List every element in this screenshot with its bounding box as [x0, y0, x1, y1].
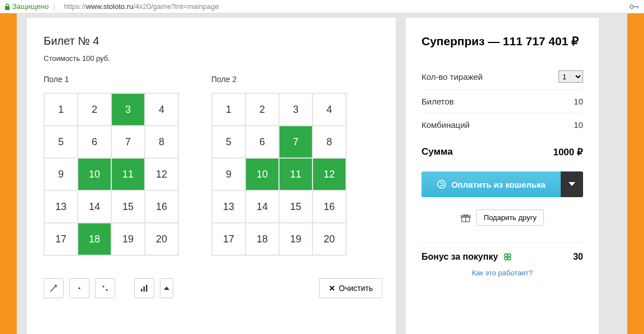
number-cell-8[interactable]: 8	[312, 126, 346, 158]
svg-point-9	[103, 286, 105, 288]
number-cell-6[interactable]: 6	[245, 126, 279, 158]
magic-wand-button[interactable]	[44, 278, 64, 298]
number-cell-14[interactable]: 14	[78, 190, 111, 223]
number-cell-19[interactable]: 19	[279, 223, 312, 255]
number-cell-5[interactable]: 5	[44, 126, 78, 158]
number-cell-13[interactable]: 13	[44, 190, 78, 223]
secure-indicator: Защищено	[4, 2, 49, 11]
number-cell-14[interactable]: 14	[245, 190, 279, 223]
number-cell-1[interactable]: 1	[44, 93, 78, 126]
number-cell-12[interactable]: 12	[312, 158, 346, 190]
pay-button[interactable]: Оплатить из кошелька	[422, 171, 561, 197]
lock-icon	[4, 3, 10, 10]
number-cell-2[interactable]: 2	[78, 93, 111, 126]
field-2-label: Поле 2	[211, 75, 347, 84]
svg-point-10	[106, 289, 108, 291]
tickets-value: 10	[574, 97, 583, 106]
draws-label: Кол-во тиражей	[422, 72, 483, 82]
number-cell-5[interactable]: 5	[212, 126, 245, 158]
number-cell-15[interactable]: 15	[111, 190, 145, 223]
svg-point-14	[438, 180, 446, 188]
number-cell-9[interactable]: 9	[212, 158, 245, 190]
number-cell-4[interactable]: 4	[145, 93, 178, 126]
svg-rect-13	[146, 285, 148, 292]
number-cell-3[interactable]: 3	[279, 93, 312, 126]
ticket-cost: Стоимость 100 руб.	[44, 54, 382, 63]
expand-button[interactable]	[160, 278, 173, 298]
number-cell-17[interactable]: 17	[212, 223, 245, 255]
sum-label: Сумма	[422, 146, 453, 158]
gift-button[interactable]: Подарить другу	[476, 209, 543, 226]
pay-dropdown[interactable]	[561, 171, 583, 197]
svg-point-21	[508, 257, 510, 260]
wallet-icon	[437, 179, 447, 189]
pay-label: Оплатить из кошелька	[451, 180, 546, 189]
draws-row: Кол-во тиражей 1	[422, 64, 583, 90]
grid-2: 1234567891011121314151617181920	[211, 93, 347, 256]
number-cell-10[interactable]: 10	[78, 158, 111, 190]
number-cell-4[interactable]: 4	[312, 93, 346, 126]
dice-1-button[interactable]	[69, 278, 89, 298]
sum-value: 1000 ₽	[553, 146, 583, 158]
combos-row: Комбинаций 10	[422, 113, 583, 136]
number-cell-3[interactable]: 3	[111, 93, 145, 126]
svg-point-19	[508, 254, 510, 256]
bonus-row: Бонус за покупку 30	[422, 242, 583, 262]
ticket-title: Билет № 4	[44, 35, 382, 47]
number-cell-18[interactable]: 18	[78, 223, 111, 255]
number-cell-6[interactable]: 6	[78, 126, 111, 158]
draws-select[interactable]: 1	[558, 70, 583, 83]
number-cell-8[interactable]: 8	[145, 126, 178, 158]
svg-rect-2	[637, 6, 638, 8]
svg-line-3	[50, 286, 56, 292]
close-icon: ✕	[329, 284, 335, 293]
dice-2-button[interactable]	[95, 278, 115, 298]
ticket-panel: Билет № 4 Стоимость 100 руб. Поле 1 1234…	[27, 18, 396, 334]
svg-point-0	[630, 5, 633, 8]
number-cell-2[interactable]: 2	[245, 93, 279, 126]
gift-row: Подарить другу	[422, 209, 583, 226]
number-cell-16[interactable]: 16	[312, 190, 346, 223]
key-icon	[629, 3, 640, 10]
svg-rect-11	[141, 289, 143, 292]
number-cell-1[interactable]: 1	[212, 93, 245, 126]
gift-icon	[461, 213, 471, 222]
magic-wand-icon	[49, 283, 59, 293]
dice-2-icon	[101, 284, 110, 293]
field-1-label: Поле 1	[44, 75, 179, 84]
combos-value: 10	[574, 120, 583, 130]
secure-label: Защищено	[12, 2, 49, 11]
edge-left	[0, 13, 17, 334]
number-cell-15[interactable]: 15	[279, 190, 312, 223]
number-cell-7[interactable]: 7	[279, 126, 312, 158]
number-cell-18[interactable]: 18	[245, 223, 279, 255]
number-cell-20[interactable]: 20	[145, 223, 178, 255]
number-cell-11[interactable]: 11	[111, 158, 145, 190]
stats-button[interactable]	[134, 278, 154, 298]
edge-right	[627, 13, 644, 334]
number-cell-16[interactable]: 16	[145, 190, 178, 223]
combos-label: Комбинаций	[422, 120, 470, 130]
how-it-works-link[interactable]: Как это работает?	[422, 269, 583, 277]
number-cell-19[interactable]: 19	[111, 223, 145, 255]
number-cell-9[interactable]: 9	[44, 158, 78, 190]
number-cell-17[interactable]: 17	[44, 223, 78, 255]
number-cell-11[interactable]: 11	[279, 158, 312, 190]
number-cell-10[interactable]: 10	[245, 158, 279, 190]
sum-row: Сумма 1000 ₽	[422, 146, 583, 158]
svg-point-18	[504, 254, 507, 256]
number-cell-12[interactable]: 12	[145, 158, 178, 190]
number-cell-20[interactable]: 20	[312, 223, 346, 255]
svg-line-6	[54, 285, 55, 286]
field-1: Поле 1 1234567891011121314151617181920	[44, 75, 179, 256]
svg-point-8	[78, 287, 80, 289]
number-cell-13[interactable]: 13	[212, 190, 245, 223]
summary-panel: Суперприз — 111 717 401 ₽ Кол-во тиражей…	[406, 18, 599, 334]
number-cell-7[interactable]: 7	[111, 126, 145, 158]
url-bar: Защищено | https://www.stoloto.ru/4x20/g…	[0, 0, 644, 13]
bonus-label: Бонус за покупку	[422, 252, 498, 262]
tickets-row: Билетов 10	[422, 90, 583, 113]
svg-rect-12	[144, 287, 145, 292]
superprize-title: Суперприз — 111 717 401 ₽	[422, 35, 583, 48]
clear-button[interactable]: ✕ Очистить	[319, 278, 382, 298]
